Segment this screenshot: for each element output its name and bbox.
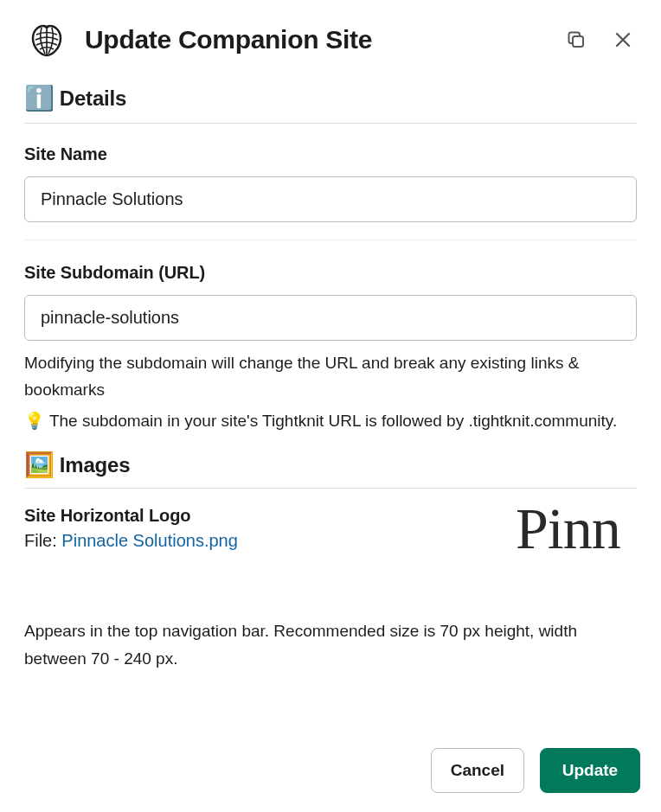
subdomain-tip: 💡 The subdomain in your site's Tightknit… — [24, 407, 637, 434]
images-heading-text: Images — [60, 453, 131, 477]
cancel-button[interactable]: Cancel — [431, 748, 524, 793]
subdomain-label: Site Subdomain (URL) — [24, 263, 637, 283]
modal-title: Update Companion Site — [85, 25, 562, 54]
divider — [24, 488, 637, 489]
modal-footer: Cancel Update — [0, 729, 661, 812]
picture-icon: 🖼️ — [24, 453, 55, 477]
close-icon[interactable] — [609, 26, 637, 54]
subdomain-input[interactable] — [24, 295, 637, 341]
images-heading: 🖼️ Images — [24, 453, 637, 477]
horizontal-logo-info: Site Horizontal Logo File: Pinnacle Solu… — [24, 506, 498, 551]
horizontal-logo-label: Site Horizontal Logo — [24, 506, 498, 526]
images-section: 🖼️ Images Site Horizontal Logo File: Pin… — [24, 453, 637, 672]
horizontal-logo-description: Appears in the top navigation bar. Recom… — [24, 617, 637, 672]
app-logo-icon — [24, 17, 69, 62]
file-prefix: File: — [24, 531, 61, 550]
header-actions — [562, 26, 637, 54]
update-button[interactable]: Update — [540, 748, 640, 793]
info-icon: ℹ️ — [24, 86, 55, 111]
subdomain-field: Site Subdomain (URL) Modifying the subdo… — [24, 263, 637, 434]
modal-body: ℹ️ Details Site Name Site Subdomain (URL… — [0, 73, 661, 733]
subdomain-helper: Modifying the subdomain will change the … — [24, 349, 637, 404]
details-heading: ℹ️ Details — [24, 86, 637, 111]
site-name-input[interactable] — [24, 176, 637, 222]
site-name-label: Site Name — [24, 144, 637, 164]
svg-rect-0 — [573, 36, 583, 47]
copy-icon[interactable] — [562, 26, 590, 54]
horizontal-logo-file: File: Pinnacle Solutions.png — [24, 531, 498, 551]
horizontal-logo-row: Site Horizontal Logo File: Pinnacle Solu… — [24, 506, 637, 559]
site-name-field: Site Name — [24, 144, 637, 222]
details-heading-text: Details — [60, 86, 126, 111]
horizontal-logo-link[interactable]: Pinnacle Solutions.png — [61, 531, 237, 550]
horizontal-logo-preview: Pinn — [516, 502, 637, 555]
divider — [24, 240, 637, 240]
divider — [24, 123, 637, 124]
modal-header: Update Companion Site — [0, 0, 661, 73]
